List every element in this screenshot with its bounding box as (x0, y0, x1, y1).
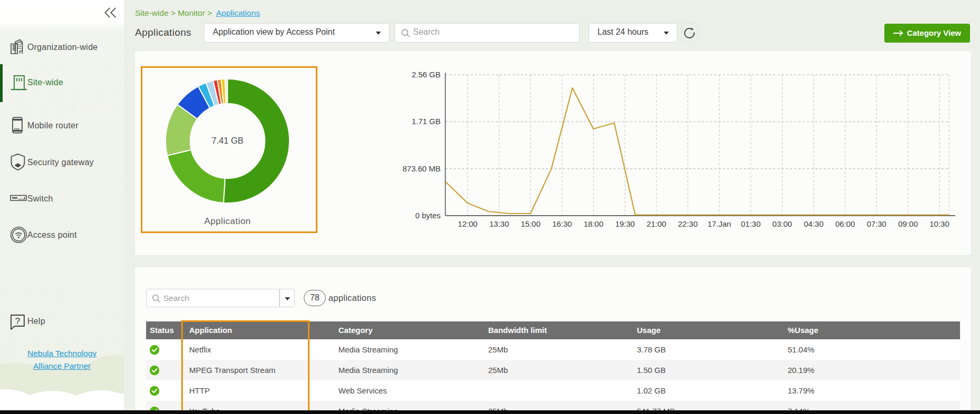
svg-text:01:30: 01:30 (741, 219, 761, 228)
svg-text:0 bytes: 0 bytes (415, 211, 440, 220)
svg-text:15:00: 15:00 (521, 219, 541, 228)
svg-text:21:00: 21:00 (646, 219, 666, 228)
svg-text:09:00: 09:00 (898, 219, 918, 228)
svg-text:03:00: 03:00 (772, 219, 792, 228)
svg-text:10:30: 10:30 (930, 219, 950, 228)
svg-text:1.71 GB: 1.71 GB (411, 117, 440, 126)
svg-text:12:00: 12:00 (458, 219, 478, 228)
svg-text:13:30: 13:30 (489, 219, 509, 228)
svg-text:07:30: 07:30 (866, 219, 886, 228)
svg-text:2.56 GB: 2.56 GB (411, 70, 440, 79)
svg-text:19:30: 19:30 (615, 219, 635, 228)
svg-text:16:30: 16:30 (552, 219, 572, 228)
svg-text:22:30: 22:30 (678, 219, 698, 228)
svg-text:06:00: 06:00 (835, 219, 855, 228)
svg-text:04:30: 04:30 (804, 219, 824, 228)
svg-text:873.60 MB: 873.60 MB (403, 164, 441, 173)
svg-text:18:00: 18:00 (584, 219, 604, 228)
svg-text:17.Jan: 17.Jan (707, 219, 731, 228)
